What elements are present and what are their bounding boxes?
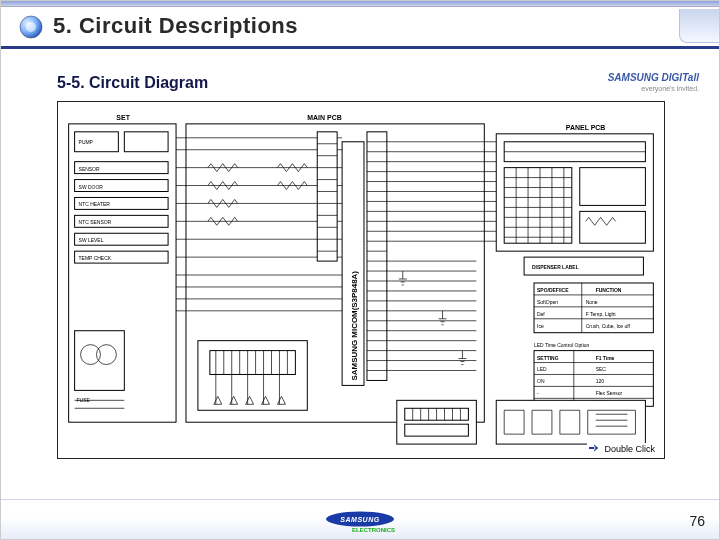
conn-right (367, 132, 387, 381)
page-title: 5. Circuit Descriptions (53, 13, 298, 39)
circuit-diagram[interactable]: .w{stroke:#000;stroke-width:0.7;fill:non… (57, 101, 665, 459)
svg-rect-25 (317, 132, 337, 261)
svg-text:F Temp, Light: F Temp, Light (586, 312, 617, 317)
brand-mark: SAMSUNG DIGITall everyone's invited. (608, 73, 699, 93)
svg-text:LED: LED (537, 367, 547, 372)
footer: SAMSUNG ELECTRONICS 76 (1, 499, 719, 539)
svg-text:Def: Def (537, 312, 545, 317)
svg-text:SPO/DEF/ICE: SPO/DEF/ICE (537, 288, 569, 293)
svg-rect-60 (589, 447, 594, 449)
micom-label: SAMSUNG MICOM(S3P848A) (350, 271, 359, 381)
svg-text:TEMP CHECK: TEMP CHECK (79, 256, 112, 261)
svg-text:NTC SENSOR: NTC SENSOR (79, 220, 112, 225)
block-main-label: MAIN PCB (307, 114, 341, 121)
dispenser-label: DISPENSER LABEL (532, 265, 579, 270)
page-number: 76 (689, 513, 705, 529)
svg-text:SW LEVEL: SW LEVEL (79, 238, 104, 243)
svg-rect-56 (397, 400, 477, 444)
svg-text:SETTING: SETTING (537, 356, 559, 361)
svg-text:ON: ON (537, 379, 545, 384)
hand-pointer-icon (589, 443, 601, 455)
svg-text:Flex Sensor: Flex Sensor (596, 391, 623, 396)
svg-rect-8 (124, 132, 168, 152)
svg-rect-55 (210, 351, 296, 375)
svg-rect-29 (580, 168, 646, 206)
svg-text:SoftOpen: SoftOpen (537, 300, 558, 305)
svg-point-1 (26, 22, 36, 32)
svg-text:FUNCTION: FUNCTION (596, 288, 622, 293)
brand-name: SAMSUNG DIGITall (608, 72, 699, 83)
slide: 5. Circuit Descriptions 5-5. Circuit Dia… (0, 0, 720, 540)
svg-rect-21 (75, 331, 125, 391)
header: 5. Circuit Descriptions (1, 1, 719, 49)
header-gradient (1, 1, 719, 7)
header-corner-deco (679, 9, 719, 43)
conn-left (317, 132, 337, 261)
svg-rect-59 (496, 400, 645, 444)
footer-logo-sub: ELECTRONICS (325, 527, 395, 533)
svg-text:SW DOOR: SW DOOR (79, 185, 104, 190)
svg-text:SENSOR: SENSOR (79, 167, 100, 172)
svg-text:F1 Time: F1 Time (596, 356, 615, 361)
svg-text:FUSE: FUSE (77, 398, 91, 403)
svg-text:PUMP: PUMP (79, 140, 94, 145)
svg-text:Crush, Cube, Ice off: Crush, Cube, Ice off (586, 324, 631, 329)
double-click-text: Double Click (604, 444, 655, 454)
svg-rect-58 (405, 424, 469, 436)
block-panel-label: PANEL PCB (566, 124, 606, 131)
svg-text:120: 120 (596, 379, 605, 384)
svg-rect-28 (504, 168, 572, 244)
svg-text:None: None (586, 300, 598, 305)
subtitle-row: 5-5. Circuit Diagram SAMSUNG DIGITall ev… (57, 73, 699, 93)
svg-rect-26 (367, 132, 387, 381)
schematic-svg: .w{stroke:#000;stroke-width:0.7;fill:non… (58, 102, 664, 458)
svg-text:SAMSUNG: SAMSUNG (340, 516, 379, 523)
block-set-label: SET (116, 114, 130, 121)
bullet-icon (19, 15, 43, 39)
svg-text:LED Time Control Option: LED Time Control Option (534, 343, 589, 348)
svg-text:Ice: Ice (537, 324, 544, 329)
brand-tagline: everyone's invited. (641, 85, 699, 92)
svg-text:NTC HEATER: NTC HEATER (79, 202, 111, 207)
double-click-hint: Double Click (587, 443, 657, 455)
section-subtitle: 5-5. Circuit Diagram (57, 74, 208, 92)
function-table: SPO/DEF/ICE FUNCTION SoftOpen None Def F… (534, 283, 653, 333)
svg-rect-30 (580, 211, 646, 243)
footer-logo: SAMSUNG ELECTRONICS (325, 511, 395, 533)
svg-text:SEC: SEC (596, 367, 607, 372)
